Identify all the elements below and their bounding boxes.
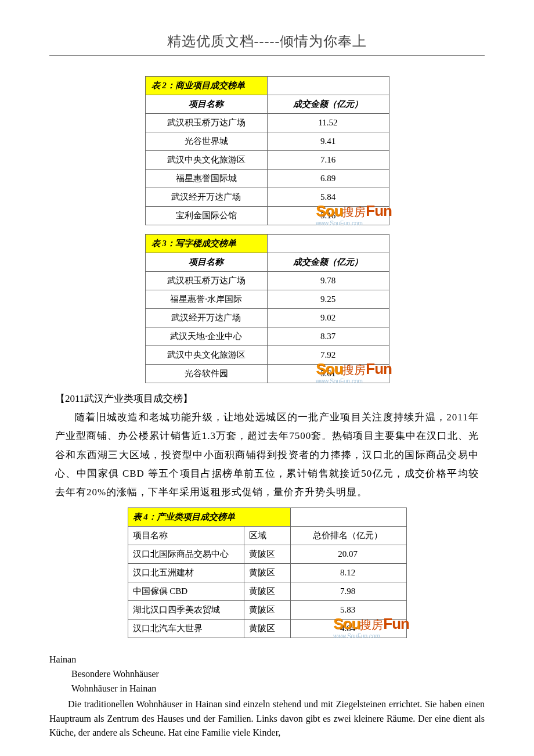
- table3-col-value: 成交金额（亿元）: [267, 253, 389, 272]
- table2-wrap: 表 2：商业项目成交榜单 项目名称 成交金额（亿元） 武汉积玉桥万达广场11.5…: [49, 76, 485, 225]
- cell: 黄陂区: [244, 545, 290, 564]
- cell: 20.07: [290, 545, 406, 564]
- german-line3: Wohnhäuser in Hainan: [71, 682, 485, 696]
- cell: 9.78: [267, 272, 389, 290]
- table-row: 中国傢俱 CBD黄陂区7.98: [128, 582, 406, 601]
- german-text: Hainan Besondere Wohnhäuser Wohnhäuser i…: [49, 653, 485, 740]
- cell: 武汉中央文化旅游区: [145, 151, 267, 170]
- cell: 5.83: [290, 601, 406, 620]
- cell: 武汉积玉桥万达广场: [145, 272, 267, 290]
- table3-title: 表 3：写字楼成交榜单: [145, 235, 267, 253]
- cell: 汉口北汽车大世界: [128, 620, 244, 638]
- cell: 9.25: [267, 290, 389, 309]
- table-row: 武汉中央文化旅游区7.16: [145, 151, 389, 170]
- cell: 黄陂区: [244, 620, 290, 638]
- table2-col-name: 项目名称: [145, 95, 267, 114]
- table2-col-value: 成交金额（亿元）: [267, 95, 389, 114]
- cell: 武汉积玉桥万达广场: [145, 114, 267, 132]
- cell: 宝利金国际公馆: [145, 207, 267, 225]
- page-header: 精选优质文档-----倾情为你奉上: [49, 32, 485, 55]
- table-row: 福星惠誉国际城6.89: [145, 170, 389, 188]
- cell: 福星惠誉国际城: [145, 170, 267, 188]
- table4-wrap: 表 4：产业类项目成交榜单 项目名称 区域 总价排名（亿元） 汉口北国际商品交易…: [49, 507, 485, 638]
- cell: 黄陂区: [244, 582, 290, 601]
- section-heading: 【2011武汉产业类项目成交榜】: [55, 392, 485, 405]
- cell: 11.52: [267, 114, 389, 132]
- table4-col-region: 区域: [244, 527, 290, 545]
- cell: 黄陂区: [244, 564, 290, 582]
- cell: 6.89: [267, 170, 389, 188]
- table-row: 福星惠誉·水岸国际9.25: [145, 290, 389, 309]
- cell: 武汉天地·企业中心: [145, 327, 267, 346]
- cell: 4.84: [290, 620, 406, 638]
- table-row: 武汉天地·企业中心8.37: [145, 327, 389, 346]
- table3: 表 3：写字楼成交榜单 项目名称 成交金额（亿元） 武汉积玉桥万达广场9.78 …: [145, 234, 389, 383]
- table3-col-name: 项目名称: [145, 253, 267, 272]
- table4: 表 4：产业类项目成交榜单 项目名称 区域 总价排名（亿元） 汉口北国际商品交易…: [128, 507, 407, 638]
- german-para: Die traditionellen Wohnhäuser in Hainan …: [49, 697, 485, 740]
- cell: 汉口北五洲建材: [128, 564, 244, 582]
- cell: 光谷世界城: [145, 132, 267, 151]
- cell: 武汉中央文化旅游区: [145, 346, 267, 365]
- table-row: 武汉经开万达广场9.02: [145, 309, 389, 327]
- table-row: 武汉中央文化旅游区7.92: [145, 346, 389, 365]
- table-row: 武汉积玉桥万达广场11.52: [145, 114, 389, 132]
- table-row: 光谷世界城9.41: [145, 132, 389, 151]
- cell: 9.41: [267, 132, 389, 151]
- cell: 中国傢俱 CBD: [128, 582, 244, 601]
- cell: 8.12: [290, 564, 406, 582]
- table2-title: 表 2：商业项目成交榜单: [145, 77, 267, 95]
- table-row: 湖北汉口四季美农贸城黄陂区5.83: [128, 601, 406, 620]
- german-line1: Hainan: [49, 653, 485, 667]
- section-body: 随着旧城改造和老城功能升级，让地处远城区的一批产业项目关注度持续升温，2011年…: [55, 408, 479, 502]
- table4-col-name: 项目名称: [128, 527, 244, 545]
- table3-wrap: 表 3：写字楼成交榜单 项目名称 成交金额（亿元） 武汉积玉桥万达广场9.78 …: [49, 234, 485, 383]
- table-row: 宝利金国际公馆5.16: [145, 207, 389, 225]
- table-row: 光谷软件园5.61: [145, 365, 389, 383]
- cell: 武汉经开万达广场: [145, 309, 267, 327]
- document-page: { "header": "精选优质文档-----倾情为你奉上", "footer…: [0, 0, 534, 756]
- german-line2: Besondere Wohnhäuser: [71, 667, 485, 682]
- table4-title: 表 4：产业类项目成交榜单: [128, 508, 290, 527]
- cell: 福星惠誉·水岸国际: [145, 290, 267, 309]
- table2-blank: [267, 77, 389, 95]
- cell: 8.37: [267, 327, 389, 346]
- cell: 湖北汉口四季美农贸城: [128, 601, 244, 620]
- cell: 汉口北国际商品交易中心: [128, 545, 244, 564]
- table-row: 武汉经开万达广场5.84: [145, 188, 389, 207]
- table2: 表 2：商业项目成交榜单 项目名称 成交金额（亿元） 武汉积玉桥万达广场11.5…: [145, 76, 389, 225]
- table-row: 汉口北五洲建材黄陂区8.12: [128, 564, 406, 582]
- cell: 5.16: [267, 207, 389, 225]
- cell: 7.16: [267, 151, 389, 170]
- cell: 光谷软件园: [145, 365, 267, 383]
- table3-blank: [267, 235, 389, 253]
- cell: 7.98: [290, 582, 406, 601]
- header-rule: [49, 55, 485, 56]
- table-row: 武汉积玉桥万达广场9.78: [145, 272, 389, 290]
- table-row: 汉口北国际商品交易中心黄陂区20.07: [128, 545, 406, 564]
- table4-col-value: 总价排名（亿元）: [290, 527, 406, 545]
- cell: 黄陂区: [244, 601, 290, 620]
- cell: 5.61: [267, 365, 389, 383]
- table4-blank: [290, 508, 406, 527]
- cell: 7.92: [267, 346, 389, 365]
- cell: 武汉经开万达广场: [145, 188, 267, 207]
- cell: 9.02: [267, 309, 389, 327]
- cell: 5.84: [267, 188, 389, 207]
- table-row: 汉口北汽车大世界黄陂区4.84: [128, 620, 406, 638]
